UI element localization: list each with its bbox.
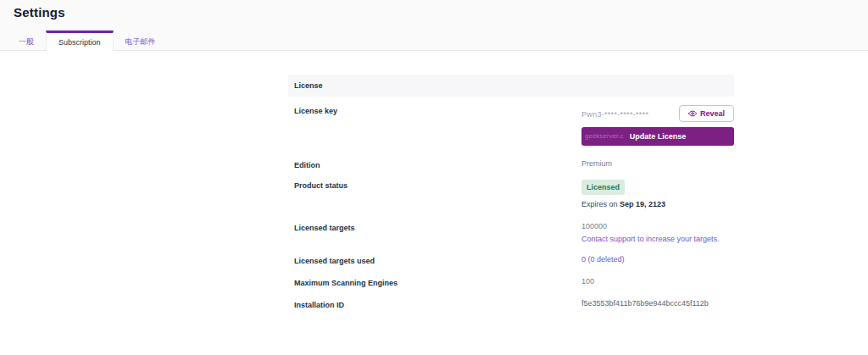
installation-id-value: f5e3553bf411b76b9e944bccc45f112b (581, 299, 734, 308)
product-status-label: Product status (294, 180, 581, 190)
expires-line: Expires on Sep 19, 2123 (581, 200, 734, 208)
tab-email-label: 电子邮件 (125, 36, 156, 47)
licensed-targets-used-value[interactable]: 0 (0 deleted) (581, 255, 625, 263)
update-license-label: Update License (630, 132, 687, 141)
status-badge: Licensed (581, 180, 625, 195)
edition-value: Premium (581, 159, 734, 168)
contact-support-link[interactable]: Contact support to increase your targets… (581, 235, 720, 243)
licensed-targets-used-label: Licensed targets used (294, 255, 581, 265)
top-bar: Settings 一般 Subscription 电子邮件 (0, 0, 868, 51)
max-scanning-engines-label: Maximum Scanning Engines (294, 277, 581, 287)
product-status-value-cell: Licensed Expires on Sep 19, 2123 (581, 180, 734, 208)
license-key-row: License key Pwn3-****-****-**** Reveal g… (288, 105, 734, 146)
max-scanning-engines-row: Maximum Scanning Engines 100 (288, 277, 734, 287)
edition-row: Edition Premium (288, 159, 734, 169)
licensed-targets-value: 100000 (581, 222, 607, 230)
license-section-header: License (288, 75, 734, 97)
licensed-targets-used-row: Licensed targets used 0 (0 deleted) (288, 255, 734, 265)
tab-email[interactable]: 电子邮件 (114, 31, 168, 50)
update-license-button[interactable]: geekserver.c Update License (581, 127, 734, 146)
expires-date: Sep 19, 2123 (620, 200, 665, 208)
tab-general[interactable]: 一般 (7, 31, 46, 50)
reveal-button[interactable]: Reveal (679, 105, 734, 122)
license-key-masked-value: Pwn3-****-****-**** (581, 108, 648, 119)
licensed-targets-value-cell: 100000 Contact support to increase your … (581, 222, 734, 243)
watermark-text: geekserver.c (585, 132, 623, 140)
tab-general-label: 一般 (19, 36, 34, 47)
license-key-label: License key (294, 105, 581, 115)
installation-id-label: Installation ID (294, 299, 581, 309)
max-scanning-engines-value: 100 (581, 277, 734, 286)
settings-tabstrip: 一般 Subscription 电子邮件 (0, 31, 868, 51)
licensed-targets-label: Licensed targets (294, 222, 581, 232)
installation-id-row: Installation ID f5e3553bf411b76b9e944bcc… (288, 299, 734, 309)
license-section-title: License (294, 81, 323, 90)
expires-prefix: Expires on (581, 200, 620, 208)
product-status-row: Product status Licensed Expires on Sep 1… (288, 180, 734, 208)
reveal-button-label: Reveal (700, 109, 725, 118)
page-title: Settings (14, 5, 65, 19)
subscription-panel: License License key Pwn3-****-****-**** … (288, 75, 734, 309)
tab-subscription[interactable]: Subscription (46, 31, 114, 51)
license-key-value-cell: Pwn3-****-****-**** Reveal geekserver.c … (581, 105, 734, 146)
page-header: Settings (0, 0, 868, 31)
edition-label: Edition (294, 159, 581, 169)
tab-subscription-label: Subscription (58, 38, 101, 47)
licensed-targets-row: Licensed targets 100000 Contact support … (288, 222, 734, 243)
eye-icon (688, 109, 697, 118)
